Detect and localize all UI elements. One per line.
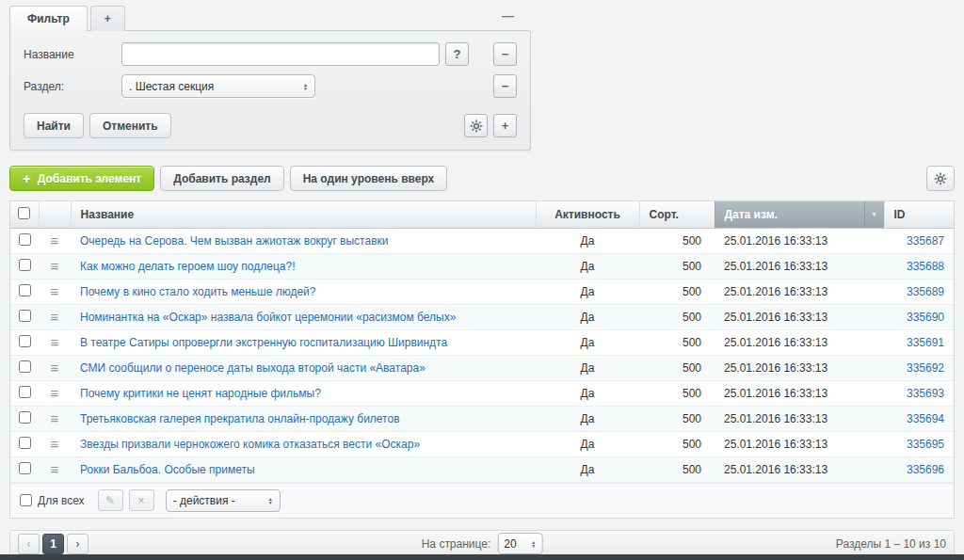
row-menu-icon[interactable]: ≡ bbox=[51, 360, 59, 376]
gear-icon bbox=[470, 120, 483, 133]
prev-page-button[interactable]: ‹ bbox=[18, 534, 40, 554]
delete-selected-button[interactable]: × bbox=[129, 489, 154, 511]
per-page-select[interactable]: 20 ▲ ▼ bbox=[497, 533, 542, 554]
actions-select-value: - действия - bbox=[173, 494, 235, 507]
row-id-link[interactable]: 335688 bbox=[907, 260, 944, 273]
row-id-cell: 335687 bbox=[884, 228, 954, 253]
add-section-button[interactable]: Добавить раздел bbox=[160, 166, 283, 191]
row-id-link[interactable]: 335695 bbox=[907, 438, 944, 451]
plus-icon: + bbox=[23, 170, 31, 186]
select-arrow-down-icon: ▼ bbox=[303, 87, 308, 90]
remove-section-field-button[interactable]: − bbox=[493, 74, 517, 98]
row-menu-icon[interactable]: ≡ bbox=[51, 385, 59, 401]
row-checkbox-cell bbox=[10, 456, 39, 482]
table-settings-button[interactable] bbox=[926, 166, 955, 191]
row-sort-value: 500 bbox=[639, 304, 715, 329]
add-filter-field-button[interactable]: + bbox=[493, 114, 517, 137]
row-active-value: Да bbox=[536, 406, 639, 431]
section-select[interactable]: . Шестая секция ▲ ▼ bbox=[121, 74, 315, 98]
section-select-value: . Шестая секция bbox=[129, 80, 214, 93]
per-page-label: На странице: bbox=[422, 537, 491, 551]
row-id-cell: 335692 bbox=[884, 355, 954, 380]
row-title-link[interactable]: Очередь на Серова. Чем вызван ажиотаж во… bbox=[80, 234, 388, 248]
row-menu-icon[interactable]: ≡ bbox=[51, 309, 59, 325]
row-title-cell: Номинантка на «Оскар» назвала бойкот цер… bbox=[71, 304, 536, 329]
row-menu-icon[interactable]: ≡ bbox=[51, 334, 59, 350]
row-title-link[interactable]: Почему в кино стало ходить меньше людей? bbox=[80, 285, 315, 298]
row-id-link[interactable]: 335693 bbox=[907, 387, 944, 400]
row-menu-cell: ≡ bbox=[39, 304, 71, 329]
for-all-checkbox[interactable] bbox=[20, 494, 32, 506]
row-menu-icon[interactable]: ≡ bbox=[51, 232, 59, 248]
row-id-link[interactable]: 335689 bbox=[907, 285, 944, 298]
row-sort-value: 500 bbox=[639, 279, 715, 304]
name-filter-input[interactable] bbox=[121, 42, 440, 66]
add-element-button[interactable]: + Добавить элемент bbox=[9, 166, 154, 191]
help-button[interactable]: ? bbox=[445, 42, 469, 66]
row-id-link[interactable]: 335692 bbox=[907, 361, 944, 375]
row-title-link[interactable]: Рокки Бальбоа. Особые приметы bbox=[80, 463, 255, 476]
row-modified-value: 25.01.2016 16:33:13 bbox=[715, 456, 884, 482]
row-id-link[interactable]: 335690 bbox=[907, 311, 944, 324]
select-arrow-down-icon: ▼ bbox=[531, 544, 536, 548]
delete-icon: × bbox=[138, 494, 145, 507]
column-header-id[interactable]: ID bbox=[884, 201, 954, 228]
row-modified-value: 25.01.2016 16:33:13 bbox=[715, 279, 884, 304]
sort-dropdown-button[interactable]: ▼ bbox=[864, 201, 884, 228]
row-active-value: Да bbox=[536, 253, 639, 279]
cancel-button[interactable]: Отменить bbox=[89, 113, 171, 138]
column-header-sort[interactable]: Сорт. bbox=[639, 201, 715, 228]
filter-settings-button[interactable] bbox=[464, 114, 488, 137]
row-checkbox[interactable] bbox=[19, 284, 31, 296]
level-up-button[interactable]: На один уровень вверх bbox=[290, 166, 448, 191]
row-title-link[interactable]: Почему критики не ценят народные фильмы? bbox=[80, 387, 321, 400]
row-title-link[interactable]: В театре Сатиры опровергли экстренную го… bbox=[80, 336, 447, 349]
for-all-label: Для всех bbox=[38, 494, 85, 507]
row-title-link[interactable]: Номинантка на «Оскар» назвала бойкот цер… bbox=[80, 311, 456, 324]
add-filter-tab-button[interactable]: + bbox=[90, 6, 125, 31]
row-checkbox[interactable] bbox=[19, 233, 31, 246]
row-active-value: Да bbox=[536, 456, 639, 482]
row-menu-icon[interactable]: ≡ bbox=[51, 283, 59, 299]
remove-name-field-button[interactable]: − bbox=[493, 42, 517, 66]
row-id-cell: 335693 bbox=[884, 380, 954, 406]
page-1-button[interactable]: 1 bbox=[42, 534, 64, 554]
row-menu-icon[interactable]: ≡ bbox=[51, 461, 59, 477]
row-checkbox[interactable] bbox=[19, 335, 31, 347]
column-header-modified[interactable]: Дата изм. ▼ bbox=[715, 201, 884, 228]
row-id-link[interactable]: 335694 bbox=[907, 412, 944, 425]
row-id-link[interactable]: 335691 bbox=[907, 336, 944, 349]
row-checkbox[interactable] bbox=[19, 411, 31, 424]
row-checkbox[interactable] bbox=[19, 437, 31, 449]
row-checkbox[interactable] bbox=[19, 310, 31, 322]
collapse-filter-icon[interactable]: — bbox=[502, 8, 514, 30]
row-title-link[interactable]: Звезды призвали чернокожего комика отказ… bbox=[80, 438, 420, 451]
row-id-link[interactable]: 335696 bbox=[907, 463, 944, 476]
row-active-value: Да bbox=[536, 380, 639, 406]
column-header-name[interactable]: Название bbox=[71, 201, 536, 228]
section-field-label: Раздел: bbox=[24, 80, 121, 93]
row-menu-icon[interactable]: ≡ bbox=[51, 436, 59, 452]
row-title-cell: Третьяковская галерея прекратила онлайн-… bbox=[71, 406, 536, 431]
find-button[interactable]: Найти bbox=[24, 113, 84, 138]
row-title-link[interactable]: СМИ сообщили о переносе даты выхода втор… bbox=[80, 361, 426, 375]
next-page-button[interactable]: › bbox=[67, 534, 88, 554]
row-modified-value: 25.01.2016 16:33:13 bbox=[715, 406, 884, 431]
edit-selected-button[interactable]: ✎ bbox=[98, 489, 123, 511]
row-checkbox[interactable] bbox=[19, 386, 31, 398]
table-header-row: Название Активность Сорт. Дата изм. ▼ ID bbox=[10, 201, 954, 228]
column-header-activity[interactable]: Активность bbox=[536, 201, 639, 228]
actions-select[interactable]: - действия - ▲ ▼ bbox=[166, 489, 281, 512]
row-id-cell: 335694 bbox=[884, 406, 954, 431]
row-id-link[interactable]: 335687 bbox=[907, 234, 944, 248]
row-checkbox[interactable] bbox=[19, 360, 31, 373]
tab-filter[interactable]: Фильтр bbox=[9, 6, 88, 31]
row-title-link[interactable]: Третьяковская галерея прекратила онлайн-… bbox=[80, 412, 400, 425]
row-checkbox[interactable] bbox=[19, 259, 31, 271]
row-title-link[interactable]: Как можно делать героем шоу подлеца?! bbox=[80, 260, 296, 273]
row-title-cell: В театре Сатиры опровергли экстренную го… bbox=[71, 329, 536, 355]
row-menu-icon[interactable]: ≡ bbox=[51, 258, 59, 274]
row-checkbox[interactable] bbox=[19, 462, 31, 474]
row-menu-icon[interactable]: ≡ bbox=[51, 410, 59, 426]
select-all-checkbox[interactable] bbox=[18, 207, 30, 219]
